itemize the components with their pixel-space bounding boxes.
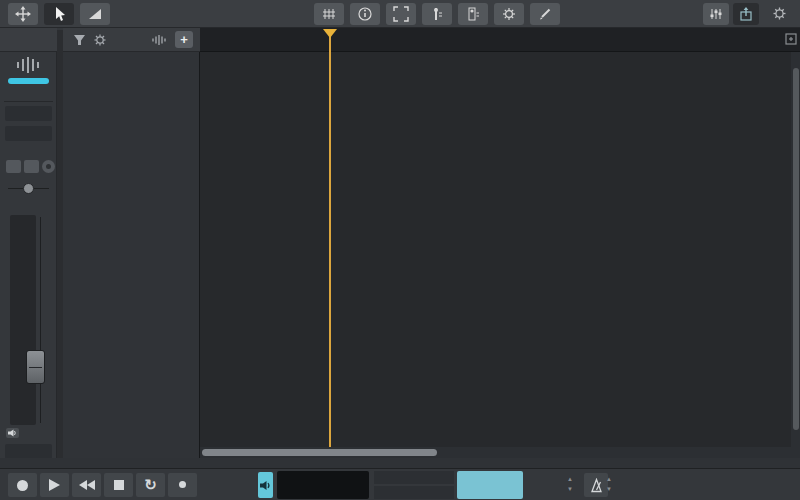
stop-button[interactable]: [104, 473, 133, 497]
top-toolbar: [0, 0, 800, 28]
metronome-volume-button[interactable]: [258, 472, 273, 498]
track-list-header: +: [63, 28, 200, 52]
arrange-area[interactable]: [200, 52, 800, 447]
track-filter-button[interactable]: [72, 33, 87, 47]
mute-button[interactable]: [6, 160, 21, 173]
share-up-icon: [738, 6, 754, 22]
gear-icon: [772, 6, 787, 21]
grid-icon: [321, 6, 337, 22]
bpm-spinner[interactable]: ▲▼: [566, 474, 574, 494]
count-in-icon: [179, 481, 186, 488]
track-color-bar: [8, 78, 49, 84]
expand-view-button[interactable]: [386, 3, 416, 25]
expand-icon: [393, 6, 409, 22]
output-meter-icon: [465, 6, 481, 22]
arrow-tool-button[interactable]: [44, 3, 74, 25]
rewind-button[interactable]: [72, 473, 101, 497]
measure-mode-button[interactable]: [457, 471, 523, 499]
loop-end-row[interactable]: [374, 486, 454, 499]
fader-slot: [10, 215, 36, 425]
horizontal-scrollbar[interactable]: [200, 447, 800, 458]
record-button[interactable]: [8, 473, 37, 497]
monitor-input-button[interactable]: [422, 3, 452, 25]
volume-fader-handle[interactable]: [26, 350, 45, 384]
inspector-msr-row: [6, 160, 55, 173]
playhead-line[interactable]: [329, 30, 331, 447]
record-arm-button[interactable]: [42, 160, 55, 173]
export-share-button[interactable]: [733, 3, 759, 25]
loop-icon: ↻: [144, 476, 157, 494]
vertical-scrollbar[interactable]: [791, 52, 800, 447]
loop-range: [374, 471, 454, 499]
transport-bar: ↻ ▲▼: [0, 468, 800, 500]
fader-rail: [40, 217, 41, 423]
filter-funnel-icon: [72, 33, 87, 47]
macro-tools-button[interactable]: [494, 3, 524, 25]
play-button[interactable]: [40, 473, 69, 497]
eq-button[interactable]: [5, 106, 52, 121]
pencil-icon: [537, 6, 553, 22]
cursor-icon: [51, 6, 67, 22]
timeline-ruler[interactable]: [200, 28, 800, 52]
mix-view-button[interactable]: [703, 3, 729, 25]
loop-button[interactable]: ↻: [136, 473, 165, 497]
pan-knob[interactable]: [23, 183, 34, 194]
move-tool-button[interactable]: [8, 3, 38, 25]
divider: [4, 101, 53, 102]
speaker-icon: [8, 429, 17, 437]
fade-icon: [87, 6, 103, 22]
audio-waveform-icon: [14, 56, 42, 74]
stop-icon: [114, 480, 124, 490]
daw-window: +: [0, 0, 800, 500]
record-icon: [17, 480, 28, 491]
pencil-tool-button[interactable]: [530, 3, 560, 25]
timesig-spinner[interactable]: ▲▼: [605, 474, 613, 494]
count-in-button[interactable]: [168, 473, 197, 497]
hscroll-handle[interactable]: [202, 449, 437, 456]
clips-layer: [200, 52, 800, 447]
move-icon: [15, 6, 31, 22]
fade-tool-button[interactable]: [80, 3, 110, 25]
loop-start-row[interactable]: [374, 471, 454, 484]
inspector-title: [0, 28, 57, 52]
gear-icon: [93, 33, 107, 47]
waveform-icon: [151, 34, 166, 46]
bpm-box[interactable]: [528, 471, 562, 499]
input-meter-icon: [429, 6, 445, 22]
play-icon: [49, 479, 60, 491]
vscroll-handle[interactable]: [793, 68, 799, 430]
add-efx-button[interactable]: [5, 126, 52, 141]
output-select[interactable]: [5, 444, 52, 459]
info-icon: [357, 6, 373, 22]
solo-button[interactable]: [24, 160, 39, 173]
track-zoom-button[interactable]: [151, 34, 166, 46]
mixer-icon: [708, 6, 724, 22]
metronome-icon: [589, 478, 604, 493]
main-time-display[interactable]: [277, 471, 369, 499]
info-button[interactable]: [350, 3, 380, 25]
autoscroll-button[interactable]: [785, 33, 797, 45]
rewind-icon: [79, 476, 95, 494]
track-options-button[interactable]: [93, 33, 107, 47]
add-track-button[interactable]: +: [175, 31, 193, 48]
settings-gear-button[interactable]: [772, 6, 787, 21]
gear-dial-icon: [501, 6, 517, 22]
track-list: [63, 52, 200, 468]
quantize-grid-button[interactable]: [314, 3, 344, 25]
bottom-filler: [0, 458, 800, 468]
speaker-icon: [260, 480, 271, 491]
monitor-output-button[interactable]: [458, 3, 488, 25]
autoscroll-icon: [785, 33, 797, 45]
playhead-marker[interactable]: [323, 29, 337, 38]
channel-speaker-button[interactable]: [6, 428, 19, 438]
channel-inspector: [0, 52, 57, 468]
